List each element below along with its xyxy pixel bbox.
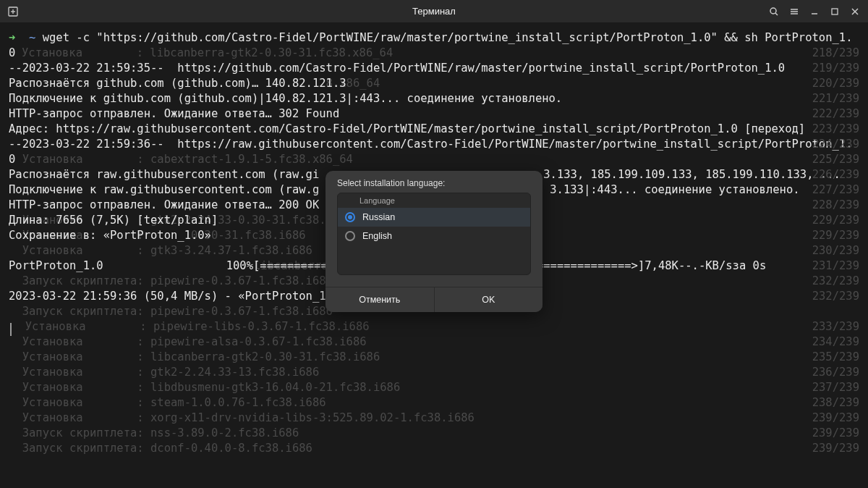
language-label: English bbox=[362, 231, 392, 241]
output-line: 0 Установка : libcanberra-gtk2-0.30-31.f… bbox=[9, 46, 859, 61]
output-line: Распознаётся github.com (github.com)… 14… bbox=[9, 76, 859, 91]
minimize-button[interactable] bbox=[806, 3, 823, 20]
search-button[interactable] bbox=[765, 3, 783, 20]
output-line: Подключение к github.com (github.com)|14… bbox=[9, 91, 859, 106]
output-line: Установка : gtk2-2.24.33-13.fc38.i686236… bbox=[9, 365, 859, 380]
cancel-button[interactable]: Отменить bbox=[326, 287, 435, 312]
svg-line-4 bbox=[775, 13, 778, 15]
output-line: Установка : steam-1.0.0.76-1.fc38.i68623… bbox=[9, 395, 859, 411]
window-titlebar: Терминал bbox=[0, 0, 868, 23]
output-line: --2023-03-22 21:59:36-- https://raw.gith… bbox=[9, 137, 859, 152]
svg-point-3 bbox=[770, 8, 776, 14]
window-title: Терминал bbox=[412, 6, 456, 17]
output-line: Установка : xorg-x11-drv-nvidia-libs-3:5… bbox=[9, 411, 859, 426]
output-line: Адрес: https://raw.githubusercontent.com… bbox=[9, 122, 859, 137]
svg-rect-9 bbox=[832, 9, 838, 14]
output-line: Установка : libdbusmenu-gtk3-16.04.0-21.… bbox=[9, 380, 859, 395]
dialog-title: Select installation language: bbox=[326, 171, 542, 193]
dialog-footer: Отменить OK bbox=[326, 287, 542, 312]
text-cursor-icon bbox=[10, 323, 12, 336]
language-dialog: Select installation language: Language R… bbox=[326, 171, 542, 312]
output-line: Установка : pipewire-libs-0.3.67-1.fc38.… bbox=[9, 319, 859, 335]
output-line: --2023-03-22 21:59:35-- https://github.c… bbox=[9, 61, 859, 76]
maximize-button[interactable] bbox=[826, 3, 843, 20]
language-label: Russian bbox=[362, 212, 395, 222]
language-list: Language Russian English bbox=[337, 193, 531, 275]
radio-checked-icon bbox=[345, 212, 355, 222]
language-column-header: Language bbox=[338, 193, 530, 208]
output-line: Установка : pipewire-alsa-0.3.67-1.fc38.… bbox=[9, 335, 859, 350]
hamburger-menu-button[interactable] bbox=[786, 3, 803, 20]
dialog-spacer bbox=[338, 245, 530, 274]
new-tab-button[interactable] bbox=[4, 3, 22, 20]
language-option-english[interactable]: English bbox=[338, 227, 530, 245]
language-option-russian[interactable]: Russian bbox=[338, 208, 530, 227]
output-line: 0 Установка : cabextract-1.9.1-5.fc38.x8… bbox=[9, 152, 859, 167]
close-button[interactable] bbox=[846, 3, 864, 20]
ok-button[interactable]: OK bbox=[435, 287, 543, 312]
output-line: Запуск скриптлета: nss-3.89.0-2.fc38.i68… bbox=[9, 426, 859, 441]
output-line: Запуск скриптлета: dconf-0.40.0-8.fc38.i… bbox=[9, 441, 859, 456]
output-line: Установка : libcanberra-gtk2-0.30-31.fc3… bbox=[9, 350, 859, 365]
output-line: HTTP-запрос отправлен. Ожидание ответа… … bbox=[9, 106, 859, 122]
radio-unchecked-icon bbox=[345, 231, 355, 241]
prompt-line: ➜ ~ wget -c "https://github.com/Castro-F… bbox=[9, 30, 859, 46]
